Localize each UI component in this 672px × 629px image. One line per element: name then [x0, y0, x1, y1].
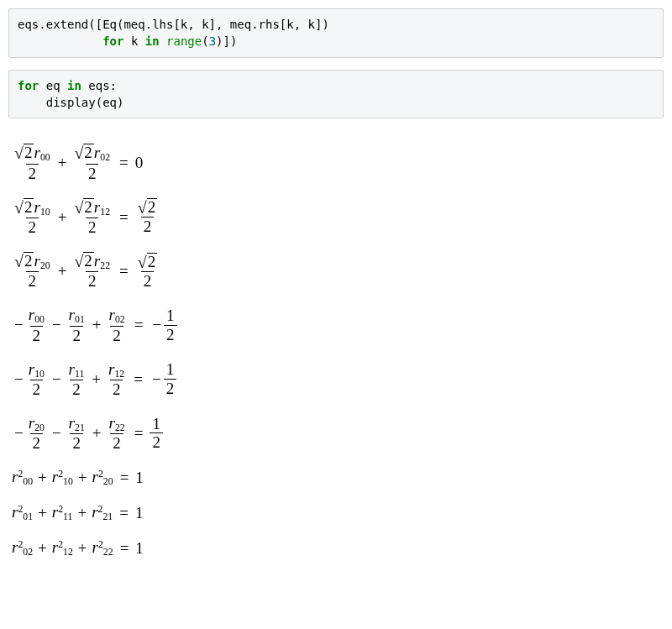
- equation-4: −r002−r012+r022=−12: [12, 306, 660, 344]
- equation-2: √2r102+√2r122=√22: [12, 198, 660, 237]
- math-output: √2r002+√2r022=0√2r102+√2r122=√22√2r202+√…: [8, 130, 664, 575]
- code-cell-1: eqs.extend([Eq(meq.lhs[k, k], meq.rhs[k,…: [8, 8, 664, 58]
- equation-9: r202+r212+r222=1: [12, 538, 660, 558]
- equation-6: −r202−r212+r222=12: [12, 414, 660, 453]
- equation-7: r200+r210+r220=1: [12, 468, 660, 488]
- equation-3: √2r202+√2r222=√22: [12, 252, 660, 291]
- equation-1: √2r002+√2r022=0: [12, 144, 660, 182]
- code-cell-2: for eq in eqs: display(eq): [8, 70, 664, 119]
- equation-8: r201+r211+r221=1: [12, 503, 660, 523]
- equation-5: −r102−r112+r122=−12: [12, 360, 660, 399]
